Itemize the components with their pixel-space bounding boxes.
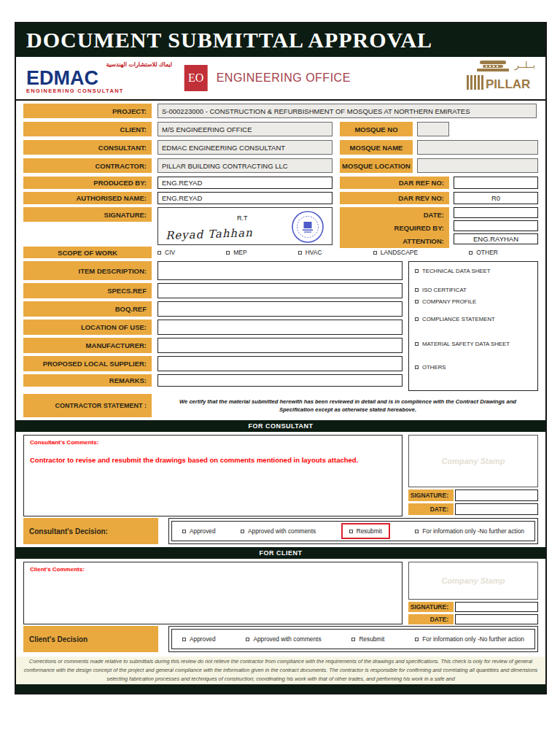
dar-ref-no-field[interactable] bbox=[454, 177, 538, 189]
consultant-date-row: DATE: bbox=[408, 503, 538, 515]
produced-by-field[interactable]: ENG.REYAD bbox=[158, 177, 332, 189]
mosque-location-field[interactable] bbox=[417, 158, 538, 173]
attachment-label: OTHERS bbox=[422, 364, 446, 371]
checkbox-icon[interactable] bbox=[246, 638, 249, 641]
location-of-use-field[interactable] bbox=[158, 320, 402, 335]
manufacturer-label: MANUFACTURER: bbox=[23, 338, 152, 353]
date-label: DATE: bbox=[340, 207, 449, 222]
checkbox-icon[interactable] bbox=[349, 530, 353, 533]
checkbox-icon[interactable] bbox=[351, 638, 355, 641]
client-comments-box[interactable]: Client's Comments: bbox=[23, 562, 402, 624]
checkbox-icon[interactable] bbox=[415, 288, 419, 292]
signature-box[interactable]: Reyad Tahhan R.T bbox=[158, 207, 332, 245]
decision-option-resubmit[interactable]: Resubmit bbox=[351, 635, 384, 643]
checkbox-icon[interactable] bbox=[241, 530, 244, 533]
checkbox-icon[interactable] bbox=[415, 300, 419, 303]
decision-option-label: Resubmit bbox=[359, 635, 384, 643]
location-of-use-row: LOCATION OF USE: bbox=[23, 320, 402, 335]
checkbox-icon[interactable] bbox=[469, 251, 472, 255]
decision-option-for-information-only[interactable]: For information only -No further action bbox=[415, 527, 524, 535]
checkbox-icon[interactable] bbox=[182, 638, 186, 641]
checkbox-icon[interactable] bbox=[415, 269, 419, 273]
contractor-statement-label: CONTRACTOR STATEMENT : bbox=[23, 394, 152, 417]
client-field[interactable]: M/S ENGINEERING OFFICE bbox=[158, 122, 332, 136]
consultant-date-field[interactable] bbox=[455, 503, 538, 515]
attention-label: ATTENTION: bbox=[340, 233, 449, 248]
attachment-iso-certificat[interactable]: ISO CERTIFICAT bbox=[415, 287, 537, 293]
attachment-label: MATERIAL SAFETY DATA SHEET bbox=[422, 341, 510, 347]
scope-option-other[interactable]: OTHER bbox=[469, 249, 498, 256]
consultant-comments-label: Consultant's Comments: bbox=[30, 439, 396, 446]
checkbox-icon[interactable] bbox=[415, 530, 419, 533]
attachment-technical-data-sheet[interactable]: TECHNICAL DATA SHEET bbox=[415, 268, 537, 274]
mosque-no-field[interactable] bbox=[417, 122, 449, 136]
client-date-field[interactable] bbox=[455, 614, 538, 624]
specs-ref-label: SPECS.REF bbox=[23, 283, 152, 298]
proposed-local-supplier-field[interactable] bbox=[158, 356, 402, 371]
scope-option-label: MEP bbox=[233, 249, 246, 256]
decision-option-approved[interactable]: Approved bbox=[182, 527, 216, 535]
decision-option-label: Approved with comments bbox=[248, 527, 316, 535]
contractor-field[interactable]: PILLAR BUILDING CONTRACTING LLC bbox=[158, 158, 332, 173]
required-by-row: REQUIRED BY: bbox=[340, 220, 538, 231]
manufacturer-row: MANUFACTURER: bbox=[23, 338, 402, 353]
checkbox-icon[interactable] bbox=[415, 317, 419, 321]
scope-option-landscape[interactable]: LANDSCAPE bbox=[373, 249, 419, 256]
decision-option-approved-with-comments[interactable]: Approved with comments bbox=[246, 635, 321, 643]
form-header-section: PROJECT: S-000223000 - CONSTRUCTION & RE… bbox=[16, 101, 545, 417]
consultant-comments-box[interactable]: Consultant's Comments: Contractor to rev… bbox=[23, 435, 402, 516]
attachment-others[interactable]: OTHERS bbox=[415, 364, 537, 371]
checkbox-icon[interactable] bbox=[415, 638, 419, 641]
scope-option-civ[interactable]: CIV bbox=[158, 249, 175, 256]
authorised-name-field[interactable]: ENG.REYAD bbox=[158, 192, 332, 204]
boq-ref-field[interactable] bbox=[158, 301, 402, 317]
checkbox-icon[interactable] bbox=[182, 530, 186, 533]
client-decision-box: Approved Approved with comments Resubmit… bbox=[168, 626, 538, 652]
checkbox-icon[interactable] bbox=[415, 342, 419, 346]
mosque-name-field[interactable] bbox=[417, 140, 538, 155]
client-signature-field[interactable] bbox=[455, 602, 538, 612]
required-by-field[interactable] bbox=[454, 220, 538, 231]
decision-option-label: For information only -No further action bbox=[422, 527, 524, 535]
checkbox-icon[interactable] bbox=[298, 251, 302, 255]
scope-option-hvac[interactable]: HVAC bbox=[298, 249, 322, 256]
client-date-label: DATE: bbox=[408, 614, 454, 624]
attachment-company-profile[interactable]: COMPANY PROFILE bbox=[415, 298, 537, 305]
checkbox-icon[interactable] bbox=[226, 251, 230, 255]
edmac-subtitle: ENGINEERING CONSULTANT bbox=[26, 88, 172, 94]
project-field[interactable]: S-000223000 - CONSTRUCTION & REFURBISHME… bbox=[158, 104, 537, 118]
scope-option-mep[interactable]: MEP bbox=[226, 249, 246, 256]
pillar-logo: بــلــر PILLAR bbox=[464, 58, 537, 98]
dar-rev-no-field[interactable]: R0 bbox=[454, 192, 538, 204]
client-signature-row: SIGNATURE: bbox=[408, 602, 538, 612]
scope-options: CIV MEP HVAC LANDSCAPE OTHER bbox=[158, 249, 538, 256]
document-title: DOCUMENT SUBMITTAL APPROVAL bbox=[26, 28, 432, 53]
date-row: DATE: bbox=[340, 207, 538, 218]
produced-by-row: PRODUCED BY: ENG.REYAD DAR REF NO: bbox=[23, 177, 538, 189]
remarks-field[interactable] bbox=[158, 374, 402, 387]
consultant-signature-field[interactable] bbox=[455, 489, 538, 501]
checkbox-icon[interactable] bbox=[415, 365, 419, 369]
contractor-statement-text: We certify that the material submitted h… bbox=[158, 394, 538, 417]
specs-ref-field[interactable] bbox=[158, 283, 402, 298]
attachment-material-safety-data-sheet[interactable]: MATERIAL SAFETY DATA SHEET bbox=[415, 341, 537, 347]
consultant-decision-row: Consultant's Decision: Approved Approved… bbox=[23, 518, 538, 544]
attention-field[interactable]: ENG.RAYHAN bbox=[454, 233, 538, 244]
consultant-label: CONSULTANT: bbox=[23, 140, 152, 155]
client-comments-section: Client's Comments: Company Stamp SIGNATU… bbox=[23, 562, 538, 624]
date-field[interactable] bbox=[454, 207, 538, 218]
date-required-attention-column: DATE: REQUIRED BY: ATTENTION: ENG.RAYHAN bbox=[340, 207, 538, 244]
attachment-label: ISO CERTIFICAT bbox=[422, 287, 467, 293]
consultant-field[interactable]: EDMAC ENGINEERING CONSULTANT bbox=[158, 140, 332, 155]
decision-option-for-information-only[interactable]: For information only -No further action bbox=[415, 635, 524, 643]
manufacturer-field[interactable] bbox=[158, 338, 402, 353]
decision-option-resubmit-highlighted[interactable]: Resubmit bbox=[341, 523, 390, 539]
item-description-field[interactable] bbox=[158, 261, 402, 280]
attachment-compliance-statement[interactable]: COMPLIANCE STATEMENT bbox=[415, 316, 537, 322]
for-client-bar: FOR CLIENT bbox=[16, 547, 545, 559]
checkbox-icon[interactable] bbox=[158, 251, 161, 255]
decision-option-approved-with-comments[interactable]: Approved with comments bbox=[241, 527, 316, 535]
decision-option-approved[interactable]: Approved bbox=[182, 635, 216, 643]
checkbox-icon[interactable] bbox=[373, 251, 377, 255]
authorised-name-label: AUTHORISED NAME: bbox=[23, 192, 152, 204]
